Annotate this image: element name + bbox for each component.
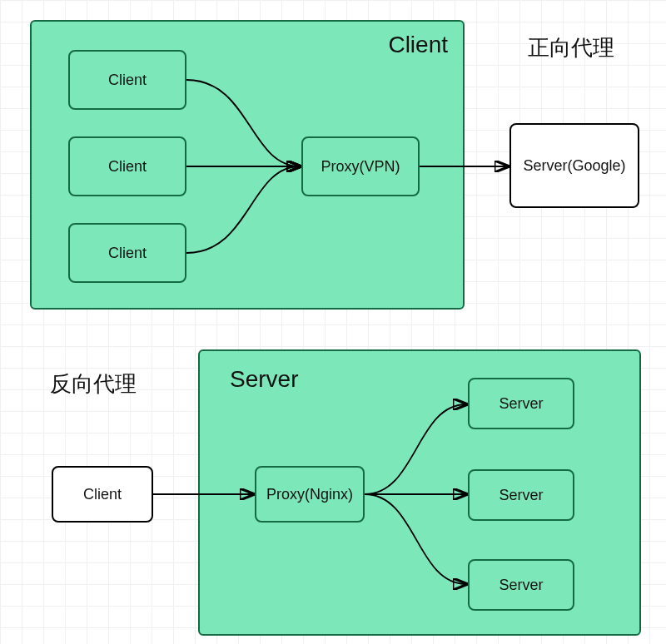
- reverse-proxy-title: 反向代理: [50, 369, 137, 399]
- reverse-server-1: Server: [468, 378, 574, 429]
- diagram-canvas: Client 正向代理 Client Client Client Proxy(V…: [0, 0, 666, 644]
- forward-client-2: Client: [68, 136, 186, 196]
- forward-client-1: Client: [68, 50, 186, 110]
- forward-server-label: Server(Google): [523, 157, 625, 175]
- client-group-title: Client: [388, 32, 448, 58]
- forward-proxy-node: Proxy(VPN): [301, 136, 420, 196]
- reverse-server-1-label: Server: [499, 395, 543, 413]
- reverse-proxy-label: Proxy(Nginx): [266, 486, 353, 503]
- reverse-server-2: Server: [468, 469, 574, 521]
- reverse-client-label: Client: [83, 486, 122, 503]
- forward-server-node: Server(Google): [509, 123, 639, 208]
- reverse-server-2-label: Server: [499, 487, 543, 504]
- reverse-proxy-node: Proxy(Nginx): [255, 466, 365, 523]
- forward-client-1-label: Client: [108, 72, 147, 89]
- reverse-server-3: Server: [468, 559, 574, 611]
- forward-proxy-title: 正向代理: [528, 33, 614, 62]
- forward-client-3-label: Client: [108, 245, 147, 262]
- forward-client-3: Client: [68, 223, 186, 283]
- forward-client-2-label: Client: [108, 158, 147, 176]
- reverse-server-3-label: Server: [499, 577, 543, 594]
- server-group-title: Server: [230, 366, 298, 393]
- reverse-client-node: Client: [52, 466, 153, 523]
- forward-proxy-label: Proxy(VPN): [321, 158, 400, 176]
